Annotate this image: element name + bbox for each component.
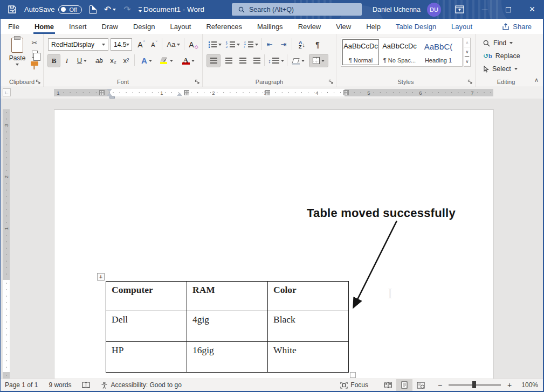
print-layout-button[interactable] (396, 379, 412, 391)
save-icon[interactable] (8, 5, 17, 14)
table-cell[interactable]: HP (106, 342, 187, 373)
borders-button[interactable] (309, 54, 328, 67)
find-button[interactable]: Find (483, 39, 513, 47)
tab-view[interactable]: View (328, 19, 359, 34)
tab-references[interactable]: References (198, 19, 249, 34)
tab-layout[interactable]: Layout (162, 19, 198, 34)
autosave-toggle[interactable]: AutoSave Off (24, 5, 82, 14)
table-cell[interactable]: Dell (106, 311, 187, 342)
zoom-level[interactable]: 100% (513, 381, 538, 389)
justify-button[interactable] (250, 54, 263, 67)
undo-button[interactable]: ↶ (104, 4, 116, 15)
select-button[interactable]: Select (483, 65, 518, 73)
accessibility-status[interactable]: Accessibility: Good to go (101, 381, 181, 389)
table-cell[interactable]: White (268, 342, 349, 373)
table-column-marker[interactable] (184, 90, 189, 95)
search-input[interactable]: Search (Alt+Q) (232, 3, 362, 16)
shrink-font-button[interactable]: Aˇ (148, 38, 160, 51)
table-cell[interactable]: Black (268, 311, 349, 342)
tab-review[interactable]: Review (291, 19, 329, 34)
strikethrough-button[interactable]: ab (93, 54, 105, 67)
table-cell[interactable]: 4gig (187, 311, 268, 342)
bullets-button[interactable] (207, 38, 222, 51)
user-name[interactable]: Daniel Uchenna (373, 6, 421, 13)
styles-more-button[interactable]: ∨ (465, 57, 469, 66)
autosave-pill[interactable]: Off (58, 5, 81, 14)
line-spacing-button[interactable]: ↕ (267, 54, 285, 67)
vertical-ruler[interactable]: 3 2 1 (3, 109, 10, 379)
styles-scroll-down[interactable]: ∨ (464, 47, 470, 57)
align-right-button[interactable] (236, 54, 249, 67)
close-button[interactable]: × (520, 0, 544, 19)
tab-table-layout[interactable]: Layout (444, 19, 480, 34)
chevron-down-icon[interactable] (113, 9, 116, 11)
increase-indent-button[interactable]: ⇥ (277, 38, 290, 51)
zoom-slider[interactable] (449, 384, 501, 385)
table-column-marker[interactable] (343, 90, 349, 95)
text-effects-button[interactable]: A (139, 54, 155, 67)
ribbon-display-options-icon[interactable] (455, 5, 464, 13)
tab-draw[interactable]: Draw (94, 19, 126, 34)
align-left-button[interactable] (207, 54, 220, 67)
tab-home[interactable]: Home (27, 19, 61, 34)
style-normal[interactable]: AaBbCcDc ¶ Normal (341, 38, 380, 66)
style-heading1[interactable]: AaBbC( Heading 1 (419, 38, 458, 66)
tab-selector[interactable]: ∟ (3, 88, 11, 96)
avatar[interactable]: DU (427, 3, 441, 17)
collapse-ribbon-button[interactable]: ∧ (534, 76, 539, 83)
zoom-out-button[interactable]: − (436, 381, 444, 389)
italic-button[interactable]: I (62, 54, 72, 67)
table-column-marker[interactable] (99, 90, 105, 95)
highlight-color-button[interactable] (158, 54, 175, 67)
decrease-indent-button[interactable]: ⇤ (263, 38, 276, 51)
page-indicator[interactable]: Page 1 of 1 (5, 381, 38, 389)
new-document-icon[interactable] (89, 5, 97, 14)
font-name-combo[interactable]: RedHatDisplay (48, 38, 108, 51)
replace-button[interactable]: ↺b Replace (483, 52, 520, 60)
numbering-button[interactable]: 123 (225, 38, 240, 51)
focus-button[interactable]: Focus (340, 381, 368, 389)
multilevel-list-button[interactable]: 1ai (244, 38, 259, 51)
tab-table-design[interactable]: Table Design (388, 19, 444, 34)
annotation-arrow[interactable] (345, 216, 405, 317)
zoom-in-button[interactable]: + (506, 381, 513, 389)
cut-icon[interactable]: ✂ (32, 39, 38, 47)
show-formatting-button[interactable]: ¶ (312, 38, 323, 51)
grow-font-button[interactable]: Aˆ (135, 38, 147, 51)
superscript-button[interactable]: x² (120, 54, 132, 67)
document-page[interactable]: Table moved successfully + Computer RAM … (54, 109, 494, 379)
bold-button[interactable]: B (48, 54, 60, 67)
table-column-marker[interactable] (265, 90, 270, 95)
tab-mailings[interactable]: Mailings (250, 19, 291, 34)
font-dialog-launcher[interactable] (195, 79, 200, 85)
right-indent-marker[interactable] (177, 93, 182, 96)
minimize-button[interactable]: ─ (473, 0, 497, 19)
format-painter-icon[interactable] (31, 61, 38, 66)
read-mode-button[interactable] (380, 379, 396, 391)
tab-file[interactable]: File (1, 19, 27, 34)
clipboard-dialog-launcher[interactable] (36, 79, 41, 85)
sort-button[interactable]: AZ ↓ (294, 38, 309, 51)
align-center-button[interactable] (222, 54, 235, 67)
share-button[interactable]: Share (502, 19, 532, 34)
table-move-handle[interactable]: + (97, 273, 105, 281)
customize-qat-button[interactable] (139, 7, 142, 12)
hanging-indent-marker[interactable] (107, 93, 112, 96)
tab-design[interactable]: Design (126, 19, 162, 34)
style-no-spacing[interactable]: AaBbCcDc ¶ No Spac... (380, 38, 419, 66)
subscript-button[interactable]: x₂ (107, 54, 119, 67)
proofing-button[interactable] (82, 382, 90, 389)
tab-help[interactable]: Help (359, 19, 388, 34)
font-size-combo[interactable]: 14.5 (111, 38, 132, 51)
shading-button[interactable] (290, 54, 306, 67)
table-cell[interactable]: Computer (106, 282, 187, 311)
tab-insert[interactable]: Insert (61, 19, 94, 34)
styles-scroll-up[interactable]: ∧ (464, 38, 470, 47)
table-cell[interactable]: RAM (187, 282, 268, 311)
horizontal-ruler[interactable]: 1 1 2 3 4 5 6 7 (54, 89, 493, 96)
web-layout-button[interactable] (412, 379, 429, 391)
word-count[interactable]: 9 words (49, 381, 71, 389)
paste-button[interactable]: Paste (5, 38, 30, 76)
copy-icon[interactable] (32, 51, 38, 58)
maximize-button[interactable] (497, 0, 520, 19)
